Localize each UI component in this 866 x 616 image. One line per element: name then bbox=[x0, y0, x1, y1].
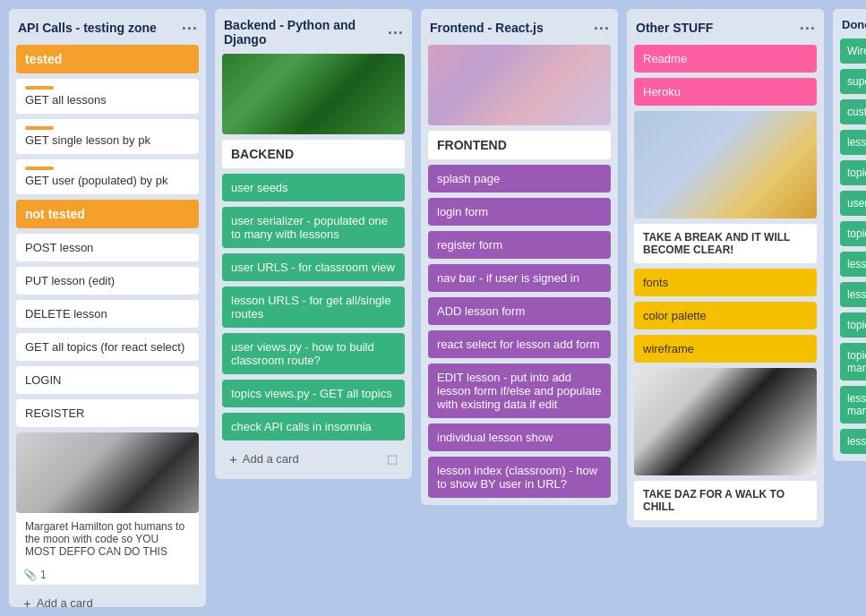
column-header-done: Done bbox=[833, 9, 866, 38]
column-title-backend: Backend - Python and Django bbox=[224, 18, 387, 47]
sky-image[interactable] bbox=[428, 45, 611, 125]
card-lesson-vi[interactable]: lesson vi... bbox=[840, 429, 866, 454]
card-readme[interactable]: Readme bbox=[634, 45, 817, 73]
card-lesson-ap[interactable]: lesson ap... bbox=[840, 130, 866, 155]
column-frontend: Frontend - React.js ⋯ FRONTEND splash pa… bbox=[421, 9, 618, 505]
paperclip-icon: 📎 bbox=[23, 569, 37, 581]
card-login[interactable]: LOGIN bbox=[16, 366, 199, 394]
card-react-select[interactable]: react select for lesson add form bbox=[428, 330, 611, 358]
board: API Calls - testing zone ⋯ tested GET al… bbox=[0, 0, 866, 616]
hamilton-quote: Margaret Hamilton got humans to the moon… bbox=[16, 513, 199, 565]
person-image bbox=[16, 432, 199, 513]
card-delete-lesson[interactable]: DELETE lesson bbox=[16, 300, 199, 328]
column-title-other: Other STUFF bbox=[636, 21, 713, 35]
card-splash-page[interactable]: splash page bbox=[428, 165, 611, 192]
column-header-backend: Backend - Python and Django ⋯ bbox=[215, 9, 412, 54]
card-nav-bar[interactable]: nav bar - if user is signed in bbox=[428, 264, 611, 292]
card-tested-header[interactable]: tested bbox=[16, 45, 199, 73]
card-frontend-label[interactable]: FRONTEND bbox=[428, 131, 611, 159]
add-icon: + bbox=[23, 595, 31, 607]
card-put-lesson[interactable]: PUT lesson (edit) bbox=[16, 267, 199, 295]
card-wireframe-done[interactable]: Wireframe bbox=[840, 38, 866, 64]
add-icon-backend: + bbox=[229, 451, 237, 466]
card-register[interactable]: REGISTER bbox=[16, 399, 199, 427]
card-user-views[interactable]: user views.py - how to build classroom r… bbox=[222, 333, 405, 374]
column-title-api-calls: API Calls - testing zone bbox=[18, 21, 157, 35]
card-post-lesson[interactable]: POST lesson bbox=[16, 234, 199, 261]
card-superuse[interactable]: superuse... bbox=[840, 69, 866, 94]
card-add-lesson-form[interactable]: ADD lesson form bbox=[428, 297, 611, 325]
card-get-all-topics[interactable]: GET all topics (for react select) bbox=[16, 333, 199, 361]
add-card-api-calls[interactable]: + Add a card bbox=[16, 590, 199, 607]
template-icon-backend[interactable]: ⬚ bbox=[387, 452, 398, 466]
card-get-single-lesson[interactable]: GET single lesson by pk bbox=[16, 119, 199, 154]
column-menu-frontend[interactable]: ⋯ bbox=[593, 18, 609, 38]
card-get-user[interactable]: GET user (populated) by pk bbox=[16, 159, 199, 194]
column-menu-other[interactable]: ⋯ bbox=[799, 18, 815, 38]
card-lesson-se-many[interactable]: lesson se many to... bbox=[840, 386, 866, 424]
card-topics-se[interactable]: topics se... bbox=[840, 312, 866, 338]
card-check-api[interactable]: check API calls in insomnia bbox=[222, 413, 405, 441]
column-menu-api-calls[interactable]: ⋯ bbox=[181, 18, 197, 38]
card-custom-a[interactable]: custom a... bbox=[840, 99, 866, 124]
card-topic-mod[interactable]: topic mod... bbox=[840, 221, 866, 246]
flower-image[interactable] bbox=[634, 111, 817, 218]
column-header-other: Other STUFF ⋯ bbox=[627, 9, 824, 45]
column-done: Done Wireframe superuse... custom a... l… bbox=[833, 9, 866, 461]
card-edit-lesson[interactable]: EDIT lesson - put into add lesson form i… bbox=[428, 364, 611, 418]
card-user-seeds[interactable]: user seeds bbox=[222, 174, 405, 201]
card-topic-app[interactable]: topic app bbox=[840, 160, 866, 185]
card-get-all-lessons[interactable]: GET all lessons bbox=[16, 79, 199, 114]
card-user-urls[interactable]: user URLS - for classroom view bbox=[222, 253, 405, 281]
card-color-palette[interactable]: color palette bbox=[634, 302, 817, 329]
column-header-frontend: Frontend - React.js ⋯ bbox=[421, 9, 618, 45]
card-topics-views[interactable]: topics views.py - GET all topics bbox=[222, 380, 405, 407]
column-header-api-calls: API Calls - testing zone ⋯ bbox=[9, 9, 206, 45]
card-heroku[interactable]: Heroku bbox=[634, 78, 817, 106]
column-menu-backend[interactable]: ⋯ bbox=[387, 22, 403, 42]
card-user-mod[interactable]: user mod... bbox=[840, 191, 866, 216]
column-backend: Backend - Python and Django ⋯ BACKEND us… bbox=[215, 9, 412, 479]
card-lesson-se[interactable]: lesson se... bbox=[840, 282, 866, 307]
card-fonts[interactable]: fonts bbox=[634, 269, 817, 296]
card-take-break[interactable]: TAKE A BREAK AND IT WILL BECOME CLEAR! bbox=[634, 224, 817, 263]
card-backend-label[interactable]: BACKEND bbox=[222, 140, 405, 168]
card-login-form[interactable]: login form bbox=[428, 198, 611, 226]
card-lesson-urls[interactable]: lesson URLS - for get all/single routes bbox=[222, 287, 405, 328]
card-topic-seri[interactable]: topic seri many to m... bbox=[840, 343, 866, 381]
column-title-frontend: Frontend - React.js bbox=[430, 21, 544, 35]
column-other: Other STUFF ⋯ Readme Heroku TAKE A BREAK… bbox=[627, 9, 824, 527]
attachment-count: 📎 1 bbox=[23, 569, 47, 581]
card-individual-lesson-show[interactable]: individual lesson show bbox=[428, 424, 611, 451]
column-api-calls: API Calls - testing zone ⋯ tested GET al… bbox=[9, 9, 206, 607]
nature-image[interactable] bbox=[222, 54, 405, 134]
card-register-form[interactable]: register form bbox=[428, 231, 611, 259]
card-lesson-m[interactable]: lesson m... bbox=[840, 252, 866, 277]
card-take-daz[interactable]: TAKE DAZ FOR A WALK TO CHILL bbox=[634, 481, 817, 520]
card-user-serializer[interactable]: user serializer - populated one to many … bbox=[222, 207, 405, 248]
dog-image[interactable] bbox=[634, 368, 817, 475]
card-wireframe[interactable]: wireframe bbox=[634, 335, 817, 363]
card-not-tested-header[interactable]: not tested bbox=[16, 200, 199, 228]
add-card-backend[interactable]: + Add a card ⬚ bbox=[222, 446, 405, 472]
column-title-done: Done bbox=[842, 18, 866, 31]
card-lesson-index[interactable]: lesson index (classroom) - how to show B… bbox=[428, 457, 611, 498]
card-person-image[interactable]: Margaret Hamilton got humans to the moon… bbox=[16, 432, 199, 585]
